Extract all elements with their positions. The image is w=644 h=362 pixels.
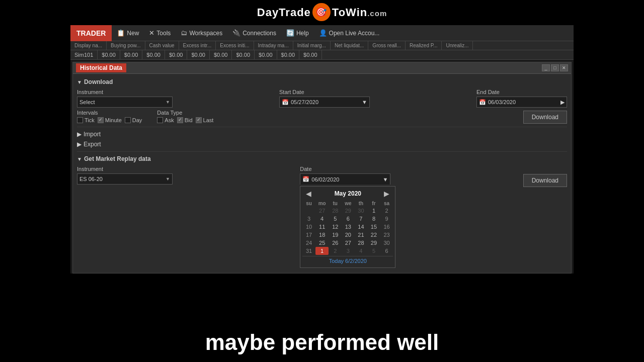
col-intraday-margin: Intraday ma... — [254, 41, 293, 50]
cal-prev-btn[interactable]: ◀ — [304, 190, 313, 198]
cal-day-cell[interactable]: 29 — [367, 239, 380, 247]
import-arrow: ▶ — [77, 131, 82, 138]
gmr-instrument-select[interactable]: ES 06-20 ▼ — [77, 173, 173, 185]
cal-day-cell[interactable]: 4 — [315, 215, 329, 223]
start-date-calendar-icon: 📅 — [282, 99, 289, 106]
trader-brand: TRADER — [70, 25, 112, 41]
panel-close-btn[interactable]: ✕ — [560, 64, 568, 71]
logo-icon: 🎯 — [312, 3, 331, 21]
cal-day-cell[interactable]: 10 — [302, 223, 315, 231]
gmr-date-calendar-icon: 📅 — [302, 176, 309, 183]
panel-minimize-btn[interactable]: _ — [542, 64, 550, 71]
cal-week-row: 2728293012 — [302, 207, 393, 215]
ask-chk-box[interactable] — [157, 117, 163, 123]
gmr-section-header[interactable]: ▼ Get Market Replay data — [77, 154, 567, 164]
bid-checkbox[interactable]: Bid — [177, 117, 193, 123]
cal-day-cell[interactable]: 16 — [380, 223, 393, 231]
cal-day-cell[interactable]: 5 — [329, 215, 342, 223]
export-section-header[interactable]: ▶ Export — [77, 139, 567, 149]
cal-day-cell[interactable]: 21 — [355, 231, 368, 239]
cal-day-cell[interactable]: 30 — [380, 239, 393, 247]
cal-day-cell[interactable]: 12 — [329, 223, 342, 231]
cal-day-cell[interactable]: 26 — [329, 239, 342, 247]
bid-chk-box[interactable] — [177, 117, 183, 123]
cal-day-cell[interactable]: 27 — [342, 239, 355, 247]
gmr-date-label: Date — [300, 166, 395, 172]
tick-chk-box[interactable] — [77, 117, 83, 123]
menu-bar: TRADER 📋 New ✕ Tools 🗂 Workspaces 🔌 Conn… — [70, 25, 574, 41]
import-section-header[interactable]: ▶ Import — [77, 129, 567, 139]
cal-day-cell[interactable]: 15 — [367, 223, 380, 231]
instrument-select[interactable]: Select ▼ — [77, 97, 173, 108]
cal-day-cell[interactable]: 18 — [315, 231, 329, 239]
cal-day-cell[interactable]: 17 — [302, 231, 315, 239]
cal-day-cell[interactable]: 6 — [380, 247, 393, 255]
calendar-body: 2728293012345678910111213141516171819202… — [302, 207, 393, 255]
download-form-row2: Intervals Tick Minute Day — [77, 110, 567, 125]
end-date-input[interactable]: 📅 06/03/2020 ▶ — [476, 97, 567, 108]
col-net-liq: Net liquidat... — [331, 41, 368, 50]
start-date-label: Start Date — [279, 89, 370, 95]
download-button-1[interactable]: Download — [523, 111, 567, 124]
download-section-header[interactable]: ▼ Download — [77, 77, 567, 87]
last-checkbox[interactable]: Last — [196, 117, 214, 123]
cal-day-cell[interactable]: 19 — [329, 231, 342, 239]
cal-day-cell[interactable]: 2 — [380, 207, 393, 215]
cal-day-cell[interactable]: 8 — [367, 215, 380, 223]
cal-day-cell[interactable]: 25 — [315, 239, 329, 247]
cal-day-cell[interactable]: 2 — [329, 247, 342, 255]
start-date-arrow: ▼ — [362, 99, 367, 105]
cal-day-cell[interactable]: 28 — [355, 239, 368, 247]
day-checkbox[interactable]: Day — [125, 117, 142, 123]
cal-day-cell[interactable]: 1 — [367, 207, 380, 215]
day-label: Day — [132, 117, 142, 123]
last-chk-box[interactable] — [196, 117, 202, 123]
cal-day-cell[interactable]: 1 — [315, 247, 329, 255]
cal-day-cell[interactable]: 13 — [342, 223, 355, 231]
cal-day-cell[interactable]: 11 — [315, 223, 329, 231]
menu-open-live[interactable]: 👤 Open Live Accou... — [314, 25, 385, 41]
calendar-dropdown: ◀ May 2020 ▶ su mo tu we — [300, 186, 395, 268]
cal-day-cell[interactable]: 31 — [302, 247, 315, 255]
cal-day-cell[interactable]: 9 — [380, 215, 393, 223]
menu-connections[interactable]: 🔌 Connections — [227, 25, 281, 41]
account-headers: Display na... Buying pow... Cash value E… — [70, 41, 574, 50]
day-chk-box[interactable] — [125, 117, 131, 123]
calendar-today-label[interactable]: Today 6/2/2020 — [302, 256, 393, 265]
instrument-col: Instrument Select ▼ — [77, 89, 173, 108]
menu-tools[interactable]: ✕ Tools — [144, 25, 176, 41]
menu-workspaces[interactable]: 🗂 Workspaces — [176, 25, 227, 41]
cal-day-cell[interactable]: 24 — [302, 239, 315, 247]
cal-day-cell[interactable]: 30 — [355, 207, 368, 215]
gmr-date-input[interactable]: 📅 06/02/2020 ▼ — [300, 173, 390, 185]
ask-label: Ask — [165, 117, 174, 123]
cal-day-cell[interactable]: 23 — [380, 231, 393, 239]
cal-next-btn[interactable]: ▶ — [382, 190, 391, 198]
cal-day-cell[interactable]: 3 — [302, 215, 315, 223]
start-date-input[interactable]: 📅 05/27/2020 ▼ — [279, 97, 370, 108]
tick-checkbox[interactable]: Tick — [77, 117, 95, 123]
subtitle-text: maybe performed well — [205, 330, 439, 354]
ask-checkbox[interactable]: Ask — [157, 117, 174, 123]
cal-day-cell[interactable]: 3 — [342, 247, 355, 255]
connections-icon: 🔌 — [232, 29, 240, 37]
cal-day-cell[interactable]: 29 — [342, 207, 355, 215]
menu-new[interactable]: 📋 New — [112, 25, 144, 41]
cal-day-cell[interactable]: 14 — [355, 223, 368, 231]
menu-help[interactable]: 🔄 Help — [281, 25, 314, 41]
cal-day-cell[interactable]: 28 — [329, 207, 342, 215]
download-button-2[interactable]: Download — [523, 174, 567, 187]
panel-content: ▼ Download Instrument Select ▼ Start Dat… — [73, 74, 571, 273]
minute-chk-box[interactable] — [98, 117, 104, 123]
cal-day-cell[interactable]: 20 — [342, 231, 355, 239]
cal-week-row: 31123456 — [302, 247, 393, 255]
cal-day-cell[interactable]: 27 — [315, 207, 329, 215]
cal-day-cell[interactable]: 5 — [367, 247, 380, 255]
end-date-label: End Date — [476, 89, 567, 95]
cal-day-cell[interactable]: 6 — [342, 215, 355, 223]
minute-checkbox[interactable]: Minute — [98, 117, 122, 123]
panel-restore-btn[interactable]: □ — [551, 64, 559, 71]
cal-day-cell[interactable]: 4 — [355, 247, 368, 255]
cal-day-cell[interactable]: 22 — [367, 231, 380, 239]
cal-day-cell[interactable]: 7 — [355, 215, 368, 223]
